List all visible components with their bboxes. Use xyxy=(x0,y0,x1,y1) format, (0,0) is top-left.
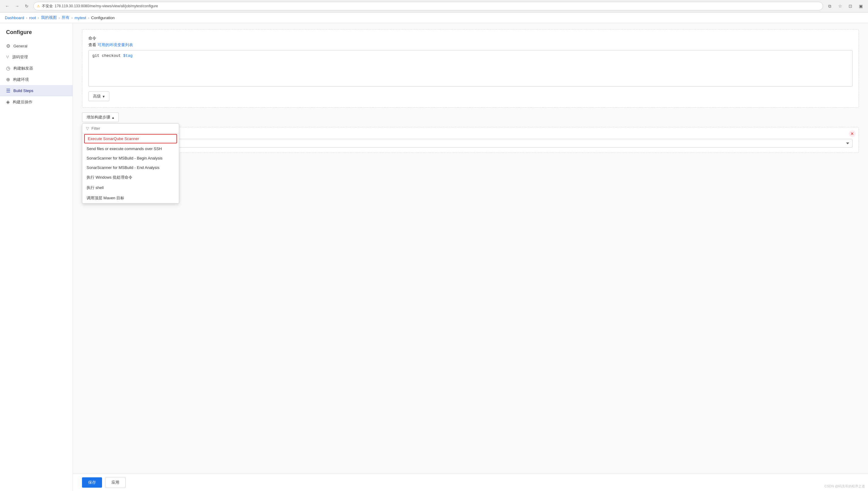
sidebar-label-source: 源码管理 xyxy=(12,54,28,60)
dropdown-item-sonarscanner-begin[interactable]: SonarScanner for MSBuild - Begin Analysi… xyxy=(82,153,179,163)
extensions-button[interactable]: ⊡ xyxy=(846,2,855,10)
form-section: ✕ Name ? test option2 xyxy=(82,127,859,153)
sidebar-item-build-steps[interactable]: ☰ Build Steps xyxy=(0,85,72,96)
add-step-container: 增加构建步骤 ▴ ▽ Execute SonarQube Scanner Sen… xyxy=(82,112,859,122)
footer-bar: 保存 应用 xyxy=(73,474,868,491)
translate-button[interactable]: ⧉ xyxy=(826,2,834,10)
name-label: Name ? xyxy=(88,132,852,137)
sidebar-item-general[interactable]: ⚙ General xyxy=(0,40,72,52)
command-label: 命令 xyxy=(88,35,852,41)
command-section: 命令 查看 可用的环境变量列表 git checkout $tag 高级 ▾ xyxy=(82,29,859,108)
reload-button[interactable]: ↻ xyxy=(23,2,31,10)
breadcrumb-sep-5: › xyxy=(88,16,89,20)
env-vars-link[interactable]: 可用的环境变量列表 xyxy=(97,42,133,47)
breadcrumb-sep-3: › xyxy=(59,16,60,20)
breadcrumb-sep-1: › xyxy=(26,16,27,20)
watermark: CSDN @码洗哥的程序之道 xyxy=(825,484,865,489)
content-area: 命令 查看 可用的环境变量列表 git checkout $tag 高级 ▾ 增… xyxy=(73,23,868,474)
dropdown-item-sonarqube[interactable]: Execute SonarQube Scanner xyxy=(84,134,177,143)
env-icon: ⊕ xyxy=(6,77,10,82)
dropdown-item-windows-batch-label: 执行 Windows 批处理命令 xyxy=(87,175,132,179)
breadcrumb-configuration: Configuration xyxy=(91,16,115,20)
dropdown-item-maven[interactable]: 调用顶层 Maven 目标 xyxy=(82,193,179,203)
dropdown-item-maven-label: 调用顶层 Maven 目标 xyxy=(87,196,124,200)
list-icon: ☰ xyxy=(6,88,10,94)
clock-icon: ◷ xyxy=(6,65,10,71)
breadcrumb-myviews[interactable]: 我的视图 xyxy=(41,15,57,20)
window-controls[interactable]: ▣ xyxy=(857,2,865,10)
address-text: 178.119.30.133:8080/me/my-views/view/all… xyxy=(55,4,158,8)
breadcrumb-mytest[interactable]: mytest xyxy=(74,16,86,20)
code-var: $tag xyxy=(123,54,132,58)
source-control-icon: ⑂ xyxy=(6,54,9,60)
forward-button[interactable]: → xyxy=(13,2,21,10)
security-warning-icon: ⚠ xyxy=(37,4,40,8)
hint-text: 查看 可用的环境变量列表 xyxy=(88,42,852,48)
breadcrumb-root[interactable]: root xyxy=(29,16,36,20)
dropdown-filter-row: ▽ xyxy=(82,124,179,134)
name-select[interactable]: test option2 xyxy=(88,139,852,148)
warning-label: 不安全 xyxy=(42,4,53,9)
browser-chrome: ← → ↻ ⚠ 不安全 178.119.30.133:8080/me/my-vi… xyxy=(0,0,868,12)
post-build-icon: ◈ xyxy=(6,99,10,105)
dropdown-item-sonarscanner-end-label: SonarScanner for MSBuild - End Analysis xyxy=(87,165,159,170)
breadcrumb-dashboard[interactable]: Dashboard xyxy=(5,16,24,20)
sidebar-label-general: General xyxy=(13,44,27,48)
add-step-button[interactable]: 增加构建步骤 ▴ xyxy=(82,112,119,122)
breadcrumb-sep-2: › xyxy=(38,16,39,20)
sidebar: Configure ⚙ General ⑂ 源码管理 ◷ 构建触发器 ⊕ 构建环… xyxy=(0,23,73,491)
close-section-button[interactable]: ✕ xyxy=(849,131,856,137)
sidebar-label-buildsteps: Build Steps xyxy=(13,88,33,93)
filter-input[interactable] xyxy=(91,126,175,131)
breadcrumb-sep-4: › xyxy=(71,16,72,20)
sidebar-item-post-build[interactable]: ◈ 构建后操作 xyxy=(0,96,72,108)
back-button[interactable]: ← xyxy=(3,2,11,10)
chevron-up-icon: ▴ xyxy=(112,115,114,120)
breadcrumb: Dashboard › root › 我的视图 › 所有 › mytest › … xyxy=(0,12,868,23)
advanced-label: 高级 xyxy=(93,94,101,99)
code-text: git checkout xyxy=(92,54,123,58)
code-editor[interactable]: git checkout $tag xyxy=(88,50,852,87)
breadcrumb-all[interactable]: 所有 xyxy=(62,15,69,20)
sidebar-item-build-env[interactable]: ⊕ 构建环境 xyxy=(0,74,72,85)
dropdown-item-windows-batch[interactable]: 执行 Windows 批处理命令 xyxy=(82,172,179,182)
sidebar-item-source-control[interactable]: ⑂ 源码管理 xyxy=(0,52,72,63)
dropdown-item-shell[interactable]: 执行 shell xyxy=(82,182,179,193)
apply-button[interactable]: 应用 xyxy=(105,477,126,488)
browser-actions: ⧉ ☆ ⊡ ▣ xyxy=(826,2,865,10)
add-step-label: 增加构建步骤 xyxy=(87,115,110,120)
bookmark-button[interactable]: ☆ xyxy=(836,2,844,10)
filter-icon: ▽ xyxy=(86,126,89,131)
sidebar-label-env: 构建环境 xyxy=(13,77,29,82)
chevron-down-icon: ▾ xyxy=(103,94,105,99)
dropdown-item-shell-label: 执行 shell xyxy=(87,185,103,190)
dropdown-item-sonarscanner-end[interactable]: SonarScanner for MSBuild - End Analysis xyxy=(82,163,179,172)
sidebar-item-build-triggers[interactable]: ◷ 构建触发器 xyxy=(0,63,72,74)
gear-icon: ⚙ xyxy=(6,43,10,49)
sidebar-label-postbuild: 构建后操作 xyxy=(13,99,32,105)
dropdown-item-ssh-label: Send files or execute commands over SSH xyxy=(87,146,162,151)
nav-buttons: ← → ↻ xyxy=(3,2,31,10)
sidebar-title: Configure xyxy=(0,29,72,40)
address-bar[interactable]: ⚠ 不安全 178.119.30.133:8080/me/my-views/vi… xyxy=(33,2,823,10)
save-button[interactable]: 保存 xyxy=(82,477,102,488)
dropdown-menu: ▽ Execute SonarQube Scanner Send files o… xyxy=(82,123,179,204)
advanced-button[interactable]: 高级 ▾ xyxy=(88,91,109,101)
hint-prefix: 查看 xyxy=(88,42,96,47)
sidebar-label-triggers: 构建触发器 xyxy=(13,66,33,71)
dropdown-item-sonarqube-label: Execute SonarQube Scanner xyxy=(88,137,139,141)
dropdown-item-sonarscanner-begin-label: SonarScanner for MSBuild - Begin Analysi… xyxy=(87,156,162,161)
dropdown-item-ssh[interactable]: Send files or execute commands over SSH xyxy=(82,144,179,153)
